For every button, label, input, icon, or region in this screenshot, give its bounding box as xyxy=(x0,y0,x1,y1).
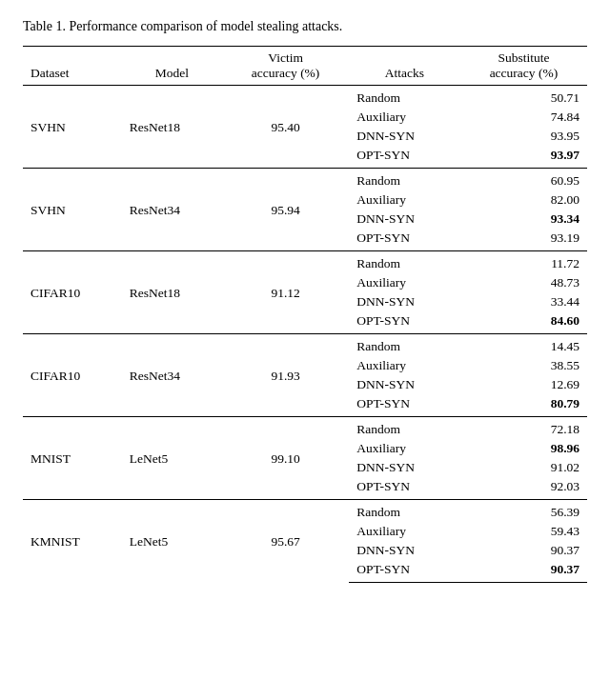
cell-attack: Random xyxy=(349,250,460,273)
table-row: KMNISTLeNet595.67Random56.39 xyxy=(23,499,587,522)
cell-dataset: KMNIST xyxy=(23,499,122,582)
cell-sub-accuracy: 82.00 xyxy=(460,190,587,210)
cell-dataset: SVHN xyxy=(23,168,122,250)
cell-sub-accuracy: 14.45 xyxy=(460,333,587,356)
cell-model: ResNet18 xyxy=(122,85,222,168)
cell-attack: Auxiliary xyxy=(349,108,460,127)
cell-sub-accuracy: 90.37 xyxy=(460,541,587,560)
cell-model: LeNet5 xyxy=(122,416,222,499)
cell-attack: DNN-SYN xyxy=(349,292,460,311)
cell-model: ResNet34 xyxy=(122,333,222,416)
cell-sub-accuracy: 84.60 xyxy=(460,311,587,334)
cell-sub-accuracy: 48.73 xyxy=(460,273,587,292)
table-title: Table 1. Performance comparison of model… xyxy=(23,17,587,36)
table-header-row: Dataset Model Victimaccuracy (%) Attacks… xyxy=(23,46,587,85)
col-attacks: Attacks xyxy=(349,46,460,85)
cell-attack: DNN-SYN xyxy=(349,458,460,477)
cell-dataset: SVHN xyxy=(23,85,122,168)
cell-sub-accuracy: 80.79 xyxy=(460,394,587,417)
cell-sub-accuracy: 93.97 xyxy=(460,146,587,169)
cell-victim-accuracy: 95.40 xyxy=(222,85,349,168)
table-row: MNISTLeNet599.10Random72.18 xyxy=(23,416,587,439)
cell-sub-accuracy: 98.96 xyxy=(460,439,587,458)
cell-sub-accuracy: 50.71 xyxy=(460,85,587,108)
cell-sub-accuracy: 59.43 xyxy=(460,522,587,541)
cell-sub-accuracy: 91.02 xyxy=(460,458,587,477)
cell-sub-accuracy: 56.39 xyxy=(460,499,587,522)
cell-attack: Random xyxy=(349,416,460,439)
table-row: SVHNResNet1895.40Random50.71 xyxy=(23,85,587,108)
col-dataset: Dataset xyxy=(23,46,122,85)
cell-sub-accuracy: 93.19 xyxy=(460,229,587,251)
cell-sub-accuracy: 72.18 xyxy=(460,416,587,439)
cell-attack: DNN-SYN xyxy=(349,541,460,560)
comparison-table: Dataset Model Victimaccuracy (%) Attacks… xyxy=(23,46,587,583)
cell-attack: OPT-SYN xyxy=(349,311,460,334)
cell-attack: OPT-SYN xyxy=(349,477,460,500)
cell-attack: OPT-SYN xyxy=(349,394,460,417)
cell-attack: OPT-SYN xyxy=(349,146,460,169)
cell-sub-accuracy: 92.03 xyxy=(460,477,587,500)
cell-sub-accuracy: 90.37 xyxy=(460,560,587,583)
table-row: SVHNResNet3495.94Random60.95 xyxy=(23,168,587,190)
cell-victim-accuracy: 91.12 xyxy=(222,250,349,333)
cell-dataset: CIFAR10 xyxy=(23,333,122,416)
cell-model: ResNet34 xyxy=(122,168,222,250)
cell-attack: DNN-SYN xyxy=(349,127,460,146)
cell-attack: Auxiliary xyxy=(349,190,460,210)
cell-attack: Random xyxy=(349,168,460,190)
cell-attack: Random xyxy=(349,499,460,522)
cell-attack: Auxiliary xyxy=(349,356,460,375)
cell-victim-accuracy: 95.67 xyxy=(222,499,349,582)
cell-attack: DNN-SYN xyxy=(349,210,460,229)
cell-sub-accuracy: 74.84 xyxy=(460,108,587,127)
cell-attack: OPT-SYN xyxy=(349,560,460,583)
cell-dataset: CIFAR10 xyxy=(23,250,122,333)
cell-victim-accuracy: 91.93 xyxy=(222,333,349,416)
cell-dataset: MNIST xyxy=(23,416,122,499)
cell-model: LeNet5 xyxy=(122,499,222,582)
cell-sub-accuracy: 38.55 xyxy=(460,356,587,375)
cell-sub-accuracy: 12.69 xyxy=(460,375,587,394)
cell-sub-accuracy: 33.44 xyxy=(460,292,587,311)
cell-attack: Random xyxy=(349,85,460,108)
cell-sub-accuracy: 93.95 xyxy=(460,127,587,146)
col-substitute-accuracy: Substituteaccuracy (%) xyxy=(460,46,587,85)
cell-victim-accuracy: 99.10 xyxy=(222,416,349,499)
cell-attack: Auxiliary xyxy=(349,439,460,458)
cell-sub-accuracy: 11.72 xyxy=(460,250,587,273)
table-row: CIFAR10ResNet1891.12Random11.72 xyxy=(23,250,587,273)
cell-sub-accuracy: 93.34 xyxy=(460,210,587,229)
cell-attack: Auxiliary xyxy=(349,522,460,541)
cell-attack: OPT-SYN xyxy=(349,229,460,251)
col-victim-accuracy: Victimaccuracy (%) xyxy=(222,46,349,85)
cell-model: ResNet18 xyxy=(122,250,222,333)
cell-sub-accuracy: 60.95 xyxy=(460,168,587,190)
cell-victim-accuracy: 95.94 xyxy=(222,168,349,250)
table-row: CIFAR10ResNet3491.93Random14.45 xyxy=(23,333,587,356)
cell-attack: DNN-SYN xyxy=(349,375,460,394)
col-model: Model xyxy=(122,46,222,85)
cell-attack: Auxiliary xyxy=(349,273,460,292)
cell-attack: Random xyxy=(349,333,460,356)
